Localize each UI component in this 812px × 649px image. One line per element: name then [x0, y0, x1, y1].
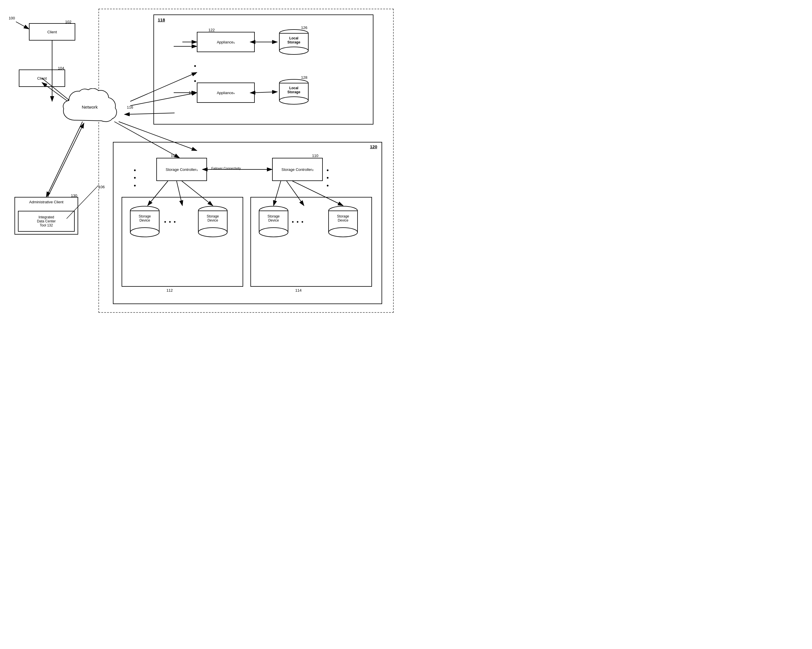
- label-100: 100: [9, 16, 15, 20]
- svg-line-25: [48, 123, 84, 197]
- storage-device3-label: StorageDevice: [258, 214, 290, 222]
- svg-point-5: [279, 97, 308, 104]
- label-128: 128: [301, 75, 307, 80]
- storage-device2: StorageDevice: [197, 206, 229, 237]
- integrated-tool-box: IntegratedData CenterTool 132: [18, 211, 75, 232]
- dots-storage1: • • •: [164, 219, 176, 225]
- admin-client-box: Administrative Client IntegratedData Cen…: [14, 197, 78, 234]
- storage-device4-label: StorageDevice: [327, 214, 359, 222]
- client1-box: Client: [29, 23, 75, 41]
- integrated-tool-label: IntegratedData CenterTool 132: [37, 215, 56, 227]
- svg-point-2: [279, 47, 308, 54]
- storage-device3: StorageDevice: [258, 206, 290, 237]
- label-124: 124: [189, 90, 195, 95]
- svg-line-24: [46, 122, 82, 197]
- appliancen-label: Applianceₙ: [217, 91, 235, 95]
- appliance1-label: Appliance₁: [217, 40, 235, 44]
- local-storage2: LocalStorage: [278, 79, 310, 105]
- label-112: 112: [166, 288, 173, 292]
- storage-device1-label: StorageDevice: [129, 214, 161, 222]
- dots-storage2: • • •: [292, 219, 304, 225]
- svg-text:Network: Network: [82, 104, 98, 109]
- storage-controller1-label: Storage Controller₁: [166, 167, 198, 172]
- appliance1-box: Appliance₁: [197, 32, 255, 52]
- storage-controller2-label: Storage Controller₂: [281, 167, 313, 172]
- label-102: 102: [65, 20, 72, 24]
- local-storage1-label: LocalStorage: [278, 36, 310, 44]
- label-116: 116: [127, 105, 133, 109]
- network-cloud: Network 116: [61, 88, 125, 126]
- label-120: 120: [370, 144, 377, 149]
- label-110: 110: [312, 153, 318, 158]
- group-118-box: [153, 14, 374, 124]
- dots-right-ctrl2: •••: [327, 167, 329, 190]
- storage-device2-label: StorageDevice: [197, 214, 229, 222]
- admin-client-label: Administrative Client: [17, 200, 75, 204]
- svg-line-20: [16, 22, 29, 29]
- storage-controller2-box: Storage Controller₂: [272, 158, 323, 181]
- local-storage2-label: LocalStorage: [278, 86, 310, 94]
- client2-label: Client: [37, 76, 47, 81]
- local-storage1: LocalStorage: [278, 29, 310, 55]
- label-126: 126: [301, 26, 307, 30]
- client1-label: Client: [47, 30, 57, 34]
- svg-point-11: [198, 228, 227, 237]
- diagram: 100 Client 102 Client 104 Administrative…: [0, 0, 405, 324]
- storage-device4: StorageDevice: [327, 206, 359, 237]
- dots-left-ctrl1: •••: [134, 167, 136, 190]
- storage-device1: StorageDevice: [129, 206, 161, 237]
- client2-box: Client: [19, 69, 65, 87]
- svg-point-8: [130, 228, 159, 237]
- label-114: 114: [295, 288, 302, 292]
- failover-label: Failover Connectivity: [211, 167, 241, 170]
- label-108: 108: [171, 153, 177, 158]
- label-104: 104: [58, 66, 64, 70]
- svg-point-17: [328, 228, 357, 237]
- label-122: 122: [208, 28, 215, 32]
- label-106: 106: [98, 185, 105, 189]
- appliancen-box: Applianceₙ: [197, 83, 255, 103]
- label-118: 118: [158, 17, 165, 22]
- dots-appliances: •••: [194, 62, 197, 85]
- label-130: 130: [71, 193, 77, 198]
- svg-point-14: [259, 228, 288, 237]
- storage-controller1-box: Storage Controller₁: [156, 158, 207, 181]
